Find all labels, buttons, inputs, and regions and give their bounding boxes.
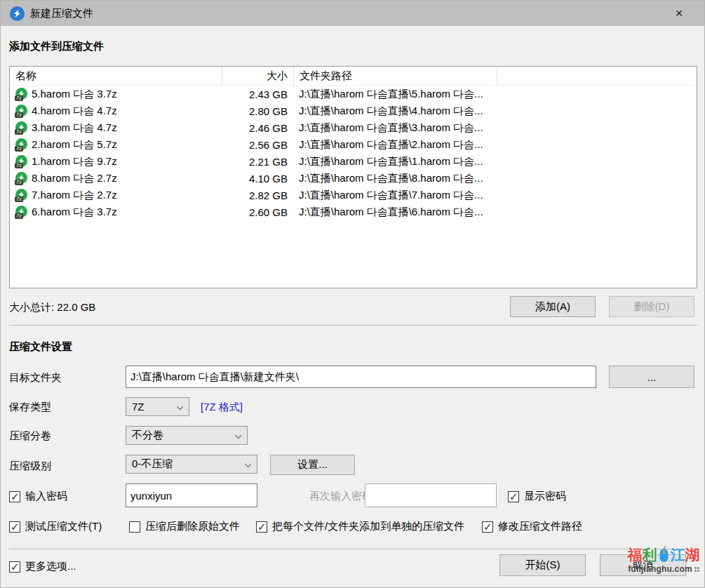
modify-path-label: 修改压缩文件路径	[498, 520, 582, 533]
chevron-down-icon	[245, 461, 251, 467]
compress-level-label: 压缩级别	[9, 460, 51, 473]
window-title: 新建压缩文件	[30, 7, 93, 20]
separate-archives-checkbox[interactable]	[256, 521, 267, 533]
new-archive-dialog: { "window": { "title": "新建压缩文件", "close_…	[0, 0, 705, 588]
watermark-grid-icon	[694, 567, 699, 572]
separate-archives-option[interactable]: 把每个文件/文件夹添加到单独的压缩文件	[256, 520, 464, 533]
archive-7z-icon: 7z	[15, 155, 28, 168]
file-path: J:\直播\harom 다솜直播\8.harom 다솜...	[294, 172, 497, 185]
file-path: J:\直播\harom 다솜直播\3.harom 다솜...	[294, 121, 497, 135]
password-again-label: 再次输入密码	[309, 490, 372, 503]
split-volume-value: 不分卷	[132, 429, 163, 442]
column-header-path[interactable]: 文件夹路径	[294, 67, 497, 86]
more-options-row[interactable]: 更多选项...	[9, 560, 76, 573]
file-list[interactable]: 名称 大小 文件夹路径 7z5.harom 다솜 3.7z 2.43 GB J:…	[9, 66, 697, 288]
file-path: J:\直播\harom 다솜直播\1.harom 다솜...	[294, 155, 497, 168]
add-button[interactable]: 添加(A)	[510, 296, 596, 317]
column-header-size[interactable]: 大小	[222, 67, 294, 86]
watermark-domain: fulijianghu.com	[628, 564, 692, 574]
show-password-row[interactable]: 显示密码	[508, 490, 566, 503]
archive-7z-icon: 7z	[15, 88, 28, 101]
show-password-label: 显示密码	[524, 490, 566, 503]
test-archive-label: 测试压缩文件(T)	[25, 520, 102, 533]
file-size: 2.56 GB	[222, 139, 294, 151]
file-name: 2.harom 다솜 5.7z	[32, 138, 117, 152]
file-name: 3.harom 다솜 4.7z	[32, 121, 117, 135]
total-size-label: 大小总计: 22.0 GB	[9, 301, 95, 314]
save-type-label: 保存类型	[9, 401, 51, 414]
modify-path-option[interactable]: 修改压缩文件路径	[482, 520, 582, 533]
watermark-logo: 福利江湖	[623, 545, 704, 563]
table-row[interactable]: 7z4.harom 다솜 4.7z 2.80 GB J:\直播\harom 다솜…	[10, 102, 697, 119]
split-volume-dropdown[interactable]: 不分卷	[126, 426, 248, 445]
file-size: 2.43 GB	[222, 88, 294, 100]
table-row[interactable]: 7z7.harom 다솜 2.7z 2.82 GB J:\直播\harom 다솜…	[10, 187, 697, 203]
archive-7z-icon: 7z	[15, 121, 28, 135]
file-size: 2.21 GB	[222, 156, 294, 168]
password-checkbox[interactable]	[9, 491, 20, 502]
file-path: J:\直播\harom 다솜直播\7.harom 다솜...	[294, 189, 497, 202]
file-path: J:\直播\harom 다솜直播\4.harom 다솜...	[294, 105, 497, 118]
file-name: 5.harom 다솜 3.7z	[32, 88, 117, 101]
start-button[interactable]: 开始(S)	[499, 554, 586, 576]
file-size: 2.60 GB	[222, 206, 294, 218]
file-path: J:\直播\harom 다솜直播\5.harom 다솜...	[294, 88, 497, 101]
format-link[interactable]: [7Z 格式]	[201, 401, 243, 414]
file-size: 2.80 GB	[222, 105, 294, 117]
more-options-label: 更多选项...	[25, 560, 76, 573]
password-input[interactable]	[126, 483, 257, 507]
column-header-name[interactable]: 名称	[10, 67, 222, 86]
chevron-down-icon	[177, 403, 183, 410]
archive-7z-icon: 7z	[15, 206, 28, 219]
table-row[interactable]: 7z1.harom 다솜 9.7z 2.21 GB J:\直播\harom 다솜…	[10, 153, 697, 170]
table-row[interactable]: 7z6.harom 다솜 3.7z 2.60 GB J:\直播\harom 다솜…	[10, 203, 697, 220]
close-icon[interactable]: ×	[669, 4, 689, 22]
file-list-header: 名称 大小 文件夹路径	[10, 67, 697, 86]
chevron-down-icon	[235, 432, 241, 439]
table-row[interactable]: 7z3.harom 다솜 4.7z 2.46 GB J:\直播\harom 다솜…	[10, 119, 697, 136]
file-name: 4.harom 다솜 4.7z	[32, 105, 117, 118]
test-archive-option[interactable]: 测试压缩文件(T)	[9, 520, 102, 533]
file-size: 4.10 GB	[222, 173, 294, 185]
test-archive-checkbox[interactable]	[9, 521, 20, 533]
title-bar[interactable]: 新建压缩文件 ×	[1, 1, 704, 26]
archive-7z-icon: 7z	[15, 172, 28, 185]
password-again-input	[365, 483, 497, 507]
separate-archives-label: 把每个文件/文件夹添加到单独的压缩文件	[272, 520, 464, 533]
archive-7z-icon: 7z	[15, 105, 28, 118]
more-options-checkbox[interactable]	[9, 561, 20, 573]
watermark-char: 江	[671, 547, 685, 562]
file-size: 2.46 GB	[222, 122, 294, 134]
modify-path-checkbox[interactable]	[482, 521, 493, 533]
compression-settings-button[interactable]: 设置...	[270, 455, 355, 475]
file-name: 7.harom 다솜 2.7z	[32, 189, 117, 202]
password-checkbox-row[interactable]: 输入密码	[9, 490, 67, 503]
browse-button[interactable]: ...	[609, 366, 694, 388]
password-checkbox-label: 输入密码	[25, 490, 67, 503]
save-type-dropdown[interactable]: 7Z	[126, 397, 189, 416]
bandizip-app-icon	[10, 6, 25, 21]
delete-original-checkbox[interactable]	[129, 521, 140, 533]
table-row[interactable]: 7z8.harom 다솜 2.7z 4.10 GB J:\直播\harom 다솜…	[10, 170, 697, 187]
add-section-heading: 添加文件到压缩文件	[9, 40, 104, 53]
split-volume-label: 压缩分卷	[9, 429, 51, 443]
mouse-icon	[658, 545, 670, 563]
delete-original-label: 压缩后删除原始文件	[145, 520, 240, 533]
target-folder-input[interactable]	[126, 366, 596, 388]
delete-button: 删除(D)	[609, 296, 694, 317]
footer-divider	[9, 549, 697, 549]
watermark-domain-row: fulijianghu.com	[623, 564, 704, 574]
save-type-value: 7Z	[132, 401, 145, 413]
compress-level-dropdown[interactable]: 0-不压缩	[126, 455, 257, 474]
compress-level-value: 0-不压缩	[132, 457, 173, 471]
file-path: J:\直播\harom 다솜直播\2.harom 다솜...	[294, 138, 497, 152]
table-row[interactable]: 7z5.harom 다솜 3.7z 2.43 GB J:\直播\harom 다솜…	[10, 86, 697, 102]
file-name: 1.harom 다솜 9.7z	[32, 155, 117, 168]
table-row[interactable]: 7z2.harom 다솜 5.7z 2.56 GB J:\直播\harom 다솜…	[10, 136, 697, 153]
file-name: 8.harom 다솜 2.7z	[32, 172, 117, 185]
watermark-char: 福	[628, 547, 643, 562]
file-name: 6.harom 다솜 3.7z	[32, 206, 117, 219]
show-password-checkbox[interactable]	[508, 491, 519, 502]
watermark-char: 利	[643, 547, 657, 562]
delete-original-option[interactable]: 压缩后删除原始文件	[129, 520, 240, 533]
